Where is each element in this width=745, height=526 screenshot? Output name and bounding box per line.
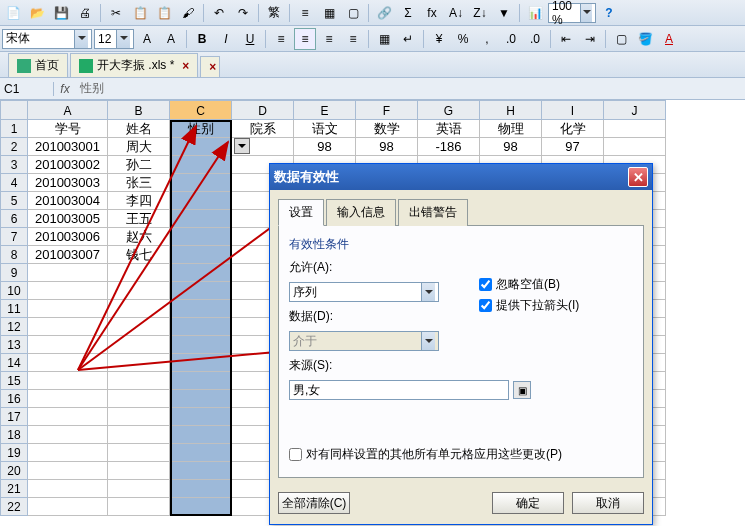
new-icon[interactable]: 📄: [2, 2, 24, 24]
cell[interactable]: 201003002: [28, 156, 108, 174]
align-left-icon[interactable]: ≡: [294, 2, 316, 24]
cell[interactable]: [108, 390, 170, 408]
cell[interactable]: 学号: [28, 120, 108, 138]
cell[interactable]: [170, 462, 232, 480]
redo-icon[interactable]: ↷: [232, 2, 254, 24]
cell[interactable]: 201003006: [28, 228, 108, 246]
cell[interactable]: [170, 444, 232, 462]
cell[interactable]: [170, 480, 232, 498]
cell[interactable]: [28, 426, 108, 444]
cell[interactable]: [28, 336, 108, 354]
zoom-level[interactable]: 100 %: [548, 3, 596, 23]
dropdown-arrow-checkbox[interactable]: 提供下拉箭头(I): [479, 297, 579, 314]
select-all-corner[interactable]: [0, 100, 28, 120]
cell[interactable]: [170, 192, 232, 210]
help-icon[interactable]: ?: [598, 2, 620, 24]
cell[interactable]: [170, 354, 232, 372]
name-box[interactable]: C1: [0, 82, 54, 96]
cell[interactable]: [108, 426, 170, 444]
bold-icon[interactable]: B: [191, 28, 213, 50]
cell[interactable]: [170, 228, 232, 246]
col-header-A[interactable]: A: [28, 100, 108, 120]
cell[interactable]: [170, 210, 232, 228]
row-header[interactable]: 10: [0, 282, 28, 300]
sort-asc-icon[interactable]: A↓: [445, 2, 467, 24]
cell[interactable]: 钱七: [108, 246, 170, 264]
cell[interactable]: 院系: [232, 120, 294, 138]
cell[interactable]: 数学: [356, 120, 418, 138]
decrease-decimal-icon[interactable]: .0: [524, 28, 546, 50]
cell[interactable]: [28, 282, 108, 300]
cell[interactable]: 孙二: [108, 156, 170, 174]
decrease-font-icon[interactable]: A: [136, 28, 158, 50]
cell[interactable]: [108, 480, 170, 498]
cell[interactable]: [604, 120, 666, 138]
source-input[interactable]: 男,女: [289, 380, 509, 400]
dialog-titlebar[interactable]: 数据有效性 ✕: [270, 164, 652, 190]
col-header-H[interactable]: H: [480, 100, 542, 120]
wrap-text-icon[interactable]: ↵: [397, 28, 419, 50]
row-header[interactable]: 4: [0, 174, 28, 192]
cell[interactable]: [108, 336, 170, 354]
font-color-icon[interactable]: A: [658, 28, 680, 50]
cell[interactable]: [108, 462, 170, 480]
indent-decrease-icon[interactable]: ⇤: [555, 28, 577, 50]
cell[interactable]: [170, 372, 232, 390]
row-header[interactable]: 5: [0, 192, 28, 210]
increase-decimal-icon[interactable]: .0: [500, 28, 522, 50]
range-picker-icon[interactable]: ▣: [513, 381, 531, 399]
paste-icon[interactable]: 📋: [153, 2, 175, 24]
format-painter-icon[interactable]: 🖌: [177, 2, 199, 24]
cell[interactable]: [28, 300, 108, 318]
ok-button[interactable]: 确定: [492, 492, 564, 514]
cell[interactable]: [170, 408, 232, 426]
cell[interactable]: [108, 318, 170, 336]
row-header[interactable]: 18: [0, 426, 28, 444]
cell[interactable]: [170, 246, 232, 264]
cell[interactable]: 98: [480, 138, 542, 156]
col-header-C[interactable]: C: [170, 100, 232, 120]
row-header[interactable]: 13: [0, 336, 28, 354]
cell[interactable]: [108, 300, 170, 318]
save-icon[interactable]: 💾: [50, 2, 72, 24]
cell[interactable]: [108, 354, 170, 372]
cell[interactable]: 201003005: [28, 210, 108, 228]
allow-select[interactable]: 序列: [289, 282, 439, 302]
col-header-E[interactable]: E: [294, 100, 356, 120]
cell[interactable]: 201003003: [28, 174, 108, 192]
cell[interactable]: [28, 264, 108, 282]
tab-error-alert[interactable]: 出错警告: [398, 199, 468, 226]
cell[interactable]: 语文: [294, 120, 356, 138]
cell[interactable]: 李四: [108, 192, 170, 210]
row-header[interactable]: 19: [0, 444, 28, 462]
cell[interactable]: [28, 354, 108, 372]
cell[interactable]: [28, 444, 108, 462]
row-header[interactable]: 20: [0, 462, 28, 480]
ignore-blank-checkbox[interactable]: 忽略空值(B): [479, 276, 579, 293]
close-tab-icon[interactable]: ×: [182, 59, 189, 73]
row-header[interactable]: 7: [0, 228, 28, 246]
cell[interactable]: [28, 372, 108, 390]
row-header[interactable]: 11: [0, 300, 28, 318]
cell[interactable]: [170, 300, 232, 318]
cell[interactable]: 周大: [108, 138, 170, 156]
cancel-button[interactable]: 取消: [572, 492, 644, 514]
cell[interactable]: 张三: [108, 174, 170, 192]
cell[interactable]: [170, 138, 232, 156]
row-header[interactable]: 8: [0, 246, 28, 264]
row-header[interactable]: 2: [0, 138, 28, 156]
tab-close[interactable]: ×: [200, 56, 220, 77]
cell[interactable]: [170, 336, 232, 354]
row-header[interactable]: 22: [0, 498, 28, 516]
font-name-select[interactable]: 宋体: [2, 29, 92, 49]
cell[interactable]: 98: [294, 138, 356, 156]
col-header-G[interactable]: G: [418, 100, 480, 120]
align-left-icon[interactable]: ≡: [270, 28, 292, 50]
italic-icon[interactable]: I: [215, 28, 237, 50]
cell[interactable]: [28, 462, 108, 480]
cell[interactable]: 赵六: [108, 228, 170, 246]
cell[interactable]: [108, 282, 170, 300]
cell[interactable]: 王五: [108, 210, 170, 228]
tab-settings[interactable]: 设置: [278, 199, 324, 226]
comma-icon[interactable]: ,: [476, 28, 498, 50]
